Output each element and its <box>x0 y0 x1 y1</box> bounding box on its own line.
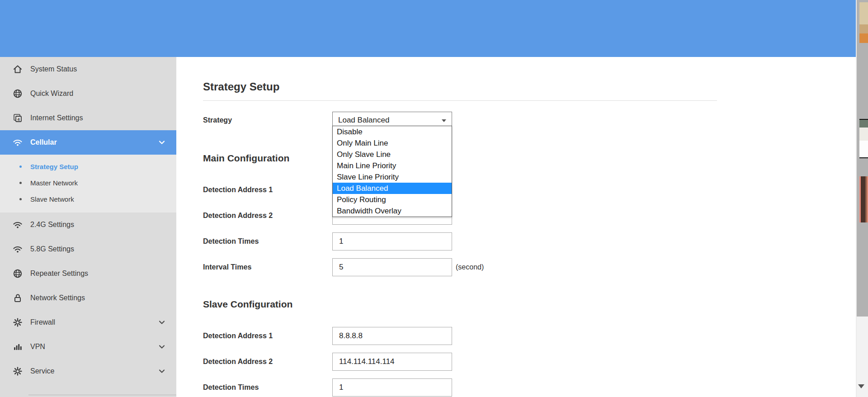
sidebar: System Status Quick Wizard 4 Internet Se… <box>0 57 176 397</box>
sidebar-item-vpn[interactable]: VPN <box>0 335 176 359</box>
form-row: Interval Times (second) <box>203 258 857 276</box>
bullet-icon <box>19 182 22 184</box>
dropdown-option-disable[interactable]: Disable <box>333 126 452 137</box>
wifi-icon <box>13 244 23 254</box>
dropdown-option-load-balanced[interactable]: Load Balanced <box>333 183 452 194</box>
slave-configuration-title: Slave Configuration <box>203 299 857 310</box>
cellular-submenu: Strategy Setup Master Network Slave Netw… <box>0 155 176 213</box>
thumbnail <box>859 176 868 222</box>
strategy-dropdown-list: Disable Only Main Line Only Slave Line M… <box>332 126 452 217</box>
sidebar-subitem-label: Master Network <box>30 179 78 187</box>
wifi-icon <box>13 220 23 230</box>
field-label: Interval Times <box>203 263 332 271</box>
sidebar-item-label: VPN <box>30 343 45 351</box>
main-configuration-title: Main Configuration <box>203 153 857 164</box>
dropdown-option-only-main-line[interactable]: Only Main Line <box>333 137 452 149</box>
field-label: Detection Address 1 <box>203 186 332 194</box>
sidebar-item-label: Internet Settings <box>30 114 83 122</box>
sidebar-item-system-status[interactable]: System Status <box>0 57 176 81</box>
globe-icon <box>13 269 23 279</box>
slave-detection-address-1-input[interactable] <box>332 327 452 345</box>
thumbnail <box>859 119 868 158</box>
field-label: Detection Address 1 <box>203 332 332 340</box>
chevron-down-icon <box>158 368 165 375</box>
sidebar-item-label: Quick Wizard <box>30 90 73 98</box>
form-row: Detection Times <box>203 232 857 250</box>
unit-suffix: (second) <box>456 263 484 271</box>
background-window-strip <box>857 0 868 317</box>
sidebar-item-24g-settings[interactable]: 2.4G Settings <box>0 213 176 237</box>
field-label: Detection Address 2 <box>203 358 332 366</box>
form-row: Detection Address 1 <box>203 327 857 345</box>
globe-icon <box>13 89 23 99</box>
slave-detection-address-2-input[interactable] <box>332 353 452 371</box>
title-divider <box>203 100 717 101</box>
sidebar-subitem-label: Slave Network <box>30 195 74 203</box>
field-label: Detection Address 2 <box>203 212 332 220</box>
bar-chart-icon <box>13 342 23 352</box>
sidebar-item-quick-wizard[interactable]: Quick Wizard <box>0 81 176 106</box>
dropdown-option-main-line-priority[interactable]: Main Line Priority <box>333 160 452 171</box>
sidebar-item-network-settings[interactable]: Network Settings <box>0 286 176 310</box>
sidebar-item-repeater-settings[interactable]: Repeater Settings <box>0 261 176 286</box>
sidebar-item-label: Network Settings <box>30 294 85 302</box>
sidebar-subitem-strategy-setup[interactable]: Strategy Setup <box>0 158 176 175</box>
dropdown-option-slave-line-priority[interactable]: Slave Line Priority <box>333 171 452 183</box>
home-icon <box>13 64 23 74</box>
dropdown-option-bandwidth-overlay[interactable]: Bandwidth Overlay <box>333 205 452 217</box>
wifi-icon <box>13 137 23 147</box>
sidebar-item-label: 5.8G Settings <box>30 245 74 253</box>
sidebar-item-label: System Status <box>30 65 77 73</box>
main-interval-times-input[interactable] <box>332 258 452 276</box>
sidebar-item-58g-settings[interactable]: 5.8G Settings <box>0 237 176 261</box>
sidebar-item-label: Service <box>30 367 54 375</box>
dropdown-option-only-slave-line[interactable]: Only Slave Line <box>333 149 452 160</box>
field-label: Detection Times <box>203 237 332 246</box>
sidebar-item-firewall[interactable]: Firewall <box>0 310 176 335</box>
form-row: Detection Address 1 <box>203 181 857 199</box>
bullet-icon <box>19 165 22 168</box>
page: System Status Quick Wizard 4 Internet Se… <box>0 0 868 397</box>
sidebar-item-label: 2.4G Settings <box>30 221 74 229</box>
chevron-down-icon <box>158 139 165 146</box>
sim-card-icon: 4 <box>13 113 23 123</box>
bullet-icon <box>19 198 22 200</box>
sidebar-subitem-label: Strategy Setup <box>30 163 78 170</box>
form-row: Detection Address 2 <box>203 207 857 225</box>
svg-text:4: 4 <box>17 117 19 122</box>
sidebar-item-label: Repeater Settings <box>30 269 88 278</box>
header-bar <box>0 0 857 57</box>
sidebar-item-label: Firewall <box>30 318 55 326</box>
sidebar-item-internet-settings[interactable]: 4 Internet Settings <box>0 106 176 130</box>
strategy-select-value: Load Balanced <box>338 116 389 125</box>
gear-icon <box>13 366 23 376</box>
sidebar-subitem-master-network[interactable]: Master Network <box>0 175 176 191</box>
slave-detection-times-input[interactable] <box>332 378 452 397</box>
main-content: Strategy Setup Strategy Load Balanced Di… <box>176 57 857 397</box>
strategy-row: Strategy Load Balanced <box>203 112 857 129</box>
gear-icon <box>13 317 23 327</box>
form-row: Detection Address 2 <box>203 353 857 371</box>
chevron-down-icon <box>158 319 165 326</box>
dropdown-option-policy-routing[interactable]: Policy Routing <box>333 194 452 205</box>
thumbnail <box>859 2 868 43</box>
form-row: Detection Times <box>203 378 857 397</box>
main-detection-times-input[interactable] <box>332 232 452 250</box>
sidebar-item-service[interactable]: Service <box>0 359 176 383</box>
sidebar-item-cellular[interactable]: Cellular <box>0 130 176 155</box>
lock-icon <box>13 293 23 303</box>
chevron-down-icon <box>158 343 165 350</box>
strategy-label: Strategy <box>203 116 332 124</box>
scroll-down-arrow-icon <box>858 384 864 388</box>
select-arrow-icon <box>442 119 446 122</box>
sidebar-subitem-slave-network[interactable]: Slave Network <box>0 191 176 207</box>
sidebar-item-label: Cellular <box>30 138 57 147</box>
sidebar-divider <box>28 395 176 395</box>
field-label: Detection Times <box>203 383 332 392</box>
page-title: Strategy Setup <box>203 80 857 93</box>
